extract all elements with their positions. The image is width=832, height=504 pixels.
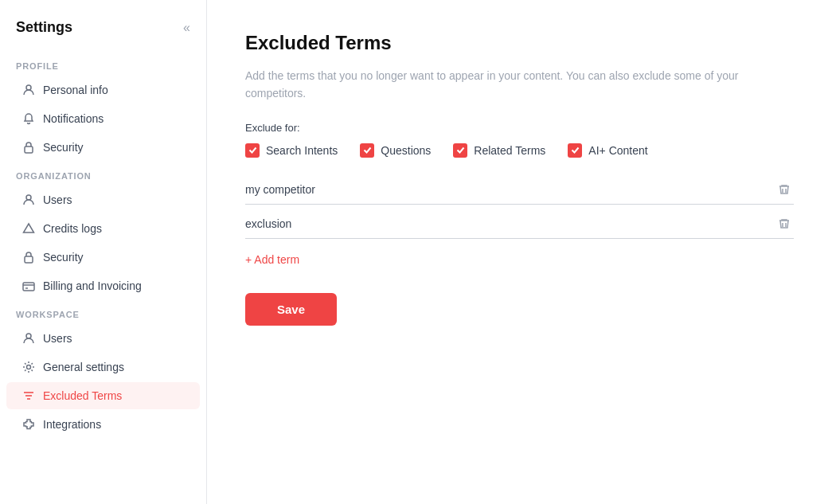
page-title: Excluded Terms <box>245 32 794 54</box>
checkbox-label-search-intents: Search Intents <box>266 144 338 157</box>
term-input-1[interactable] <box>245 180 775 199</box>
term-row-1 <box>245 180 794 205</box>
term-row-2 <box>245 214 794 239</box>
sidebar-item-credits-logs[interactable]: Credits logs <box>6 215 200 242</box>
checkbox-questions[interactable]: Questions <box>360 143 431 158</box>
term-input-2[interactable] <box>245 214 775 233</box>
sidebar-item-integrations-label: Integrations <box>43 418 101 431</box>
sidebar-item-billing-label: Billing and Invoicing <box>43 279 142 292</box>
sidebar-item-notifications[interactable]: Notifications <box>6 105 200 132</box>
checkbox-label-questions: Questions <box>381 144 431 157</box>
checkbox-search-intents[interactable]: Search Intents <box>245 143 338 158</box>
checkbox-related-terms[interactable]: Related Terms <box>453 143 545 158</box>
sidebar-item-security-profile-label: Security <box>43 141 84 154</box>
sidebar-item-excluded-terms[interactable]: Excluded Terms <box>6 382 200 409</box>
add-term-label: + Add term <box>245 253 299 266</box>
svg-rect-3 <box>25 256 33 263</box>
sidebar: Settings « PROFILE Personal info Notific… <box>0 0 207 504</box>
filter-icon <box>22 389 35 402</box>
sidebar-item-integrations[interactable]: Integrations <box>6 411 200 438</box>
sidebar-header: Settings « <box>0 0 206 52</box>
lock-icon <box>22 141 35 154</box>
organization-section-label: ORGANIZATION <box>0 162 206 186</box>
checkbox-ai-content[interactable]: AI+ Content <box>568 143 647 158</box>
sidebar-item-credits-logs-label: Credits logs <box>43 222 102 235</box>
delete-term-2-button[interactable] <box>775 214 794 233</box>
sidebar-item-notifications-label: Notifications <box>43 112 104 125</box>
sidebar-item-security-org-label: Security <box>43 251 84 264</box>
checkbox-box-questions <box>360 143 374 158</box>
page-description: Add the terms that you no longer want to… <box>245 67 787 103</box>
sidebar-item-users-ws-label: Users <box>43 332 72 345</box>
gear-icon <box>22 361 35 373</box>
sidebar-item-personal-info-label: Personal info <box>43 84 108 96</box>
main-content: Excluded Terms Add the terms that you no… <box>207 0 832 504</box>
svg-point-5 <box>26 334 31 338</box>
save-button[interactable]: Save <box>245 293 337 326</box>
checkbox-box-search-intents <box>245 143 260 158</box>
svg-rect-4 <box>23 283 34 291</box>
sidebar-title: Settings <box>16 19 72 36</box>
bell-icon <box>22 112 35 125</box>
user-icon-org <box>22 193 35 206</box>
triangle-icon <box>22 222 35 235</box>
svg-point-2 <box>26 195 31 200</box>
exclude-for-label: Exclude for: <box>245 122 794 134</box>
workspace-section-label: WORKSPACE <box>0 300 206 324</box>
sidebar-item-personal-info[interactable]: Personal info <box>6 76 200 104</box>
sidebar-item-security-org[interactable]: Security <box>6 244 200 271</box>
add-term-button[interactable]: + Add term <box>245 248 299 271</box>
checkbox-label-related-terms: Related Terms <box>474 144 545 157</box>
svg-rect-1 <box>25 147 33 153</box>
sidebar-item-users-org[interactable]: Users <box>6 186 200 213</box>
sidebar-item-users-org-label: Users <box>43 193 72 206</box>
user-icon <box>22 84 35 96</box>
checkbox-box-ai-content <box>568 143 582 158</box>
puzzle-icon <box>22 418 35 431</box>
user-icon-ws <box>22 332 35 345</box>
collapse-icon[interactable]: « <box>183 21 190 35</box>
sidebar-item-general-settings[interactable]: General settings <box>6 354 200 381</box>
checkbox-label-ai-content: AI+ Content <box>588 144 647 157</box>
profile-section-label: PROFILE <box>0 52 206 76</box>
checkbox-box-related-terms <box>453 143 467 158</box>
checkboxes-row: Search Intents Questions Related Terms <box>245 143 794 158</box>
sidebar-item-security-profile[interactable]: Security <box>6 134 200 161</box>
svg-point-6 <box>27 365 31 369</box>
card-icon <box>22 279 35 292</box>
svg-point-0 <box>26 85 31 90</box>
lock-icon-org <box>22 251 35 264</box>
sidebar-item-users-ws[interactable]: Users <box>6 325 200 352</box>
sidebar-item-general-settings-label: General settings <box>43 361 124 373</box>
sidebar-item-excluded-terms-label: Excluded Terms <box>43 389 122 402</box>
delete-term-1-button[interactable] <box>775 180 794 199</box>
sidebar-item-billing[interactable]: Billing and Invoicing <box>6 272 200 299</box>
